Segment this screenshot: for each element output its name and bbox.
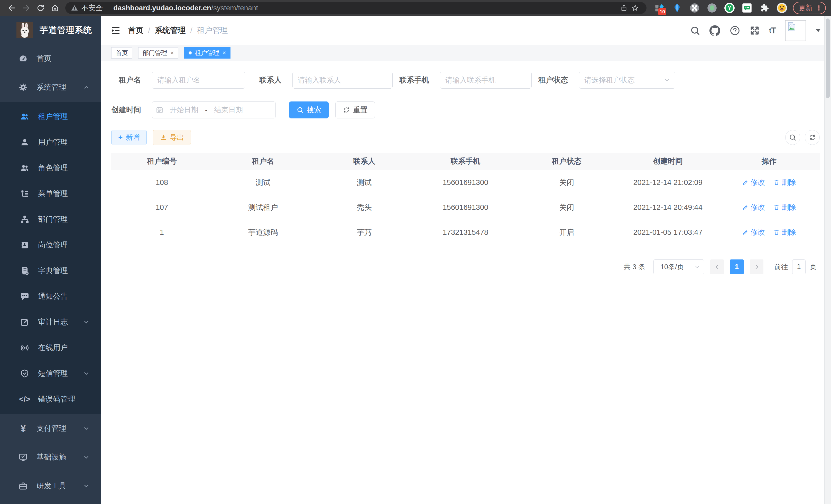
- search-button[interactable]: 搜索: [289, 101, 328, 118]
- font-size-button[interactable]: tT: [769, 25, 776, 35]
- security-label[interactable]: 不安全: [81, 3, 103, 13]
- refresh-table-button[interactable]: [805, 130, 820, 145]
- sidebar-item-posts[interactable]: 岗位管理: [0, 232, 101, 258]
- share-button[interactable]: [618, 1, 630, 14]
- extension-chat-icon[interactable]: [742, 3, 752, 13]
- status-label: 租户状态: [538, 75, 568, 85]
- col-created: 创建时间: [617, 153, 718, 170]
- sidebar-item-label: 错误码管理: [38, 394, 75, 404]
- page-scrollbar-thumb[interactable]: [826, 19, 830, 98]
- address-bar[interactable]: 不安全 dashboard.yudao.iocoder.cn/system/te…: [65, 2, 647, 14]
- edit-link[interactable]: 修改: [742, 227, 765, 237]
- chevron-down-icon: [83, 370, 90, 377]
- sidebar-item-payment[interactable]: ¥ 支付管理: [0, 414, 101, 443]
- help-doc-button[interactable]: [729, 25, 740, 36]
- fullscreen-button[interactable]: [749, 25, 760, 36]
- tenant-name-input[interactable]: [152, 72, 245, 89]
- extension-gem-icon[interactable]: [672, 3, 683, 13]
- github-link-button[interactable]: [710, 25, 720, 36]
- profile-avatar-icon[interactable]: [776, 3, 787, 13]
- sidebar-item-devtools[interactable]: 研发工具: [0, 472, 101, 500]
- sidebar-item-home[interactable]: 首页: [0, 44, 101, 73]
- browser-back-button[interactable]: [5, 1, 19, 14]
- dictionary-icon: [20, 266, 30, 276]
- tab-dept[interactable]: 部门管理 ×: [138, 47, 178, 59]
- chevron-down-icon: [694, 264, 700, 270]
- browser-reload-button[interactable]: [33, 1, 48, 14]
- header-search-button[interactable]: [690, 25, 700, 36]
- sidebar-item-audit-log[interactable]: 审计日志: [0, 309, 101, 335]
- extension-grid-icon[interactable]: 10: [654, 3, 665, 13]
- date-range-picker[interactable]: -: [152, 101, 276, 118]
- end-date-input[interactable]: [208, 106, 249, 114]
- question-circle-icon: [729, 25, 740, 36]
- extensions-puzzle-icon[interactable]: [759, 3, 770, 13]
- sidebar-item-error-codes[interactable]: </> 错误码管理: [0, 386, 101, 412]
- extension-yudao-icon[interactable]: Y: [724, 3, 735, 13]
- tab-tenant[interactable]: 租户管理 ×: [184, 47, 230, 59]
- sidebar-item-departments[interactable]: 部门管理: [0, 207, 101, 232]
- contact-input[interactable]: [292, 72, 393, 89]
- page-size-value: 10条/页: [660, 262, 684, 271]
- export-button[interactable]: 导出: [153, 130, 191, 145]
- omnibox-divider: [108, 5, 108, 11]
- sidebar: 芋道管理系统 首页 系统管理 租户管理: [0, 16, 101, 504]
- add-button[interactable]: + 新增: [111, 130, 147, 145]
- sidebar-item-sms[interactable]: 短信管理: [0, 361, 101, 386]
- breadcrumb-current: 租户管理: [197, 25, 228, 36]
- browser-forward-button[interactable]: [19, 1, 33, 14]
- mobile-input[interactable]: [440, 72, 532, 89]
- bookmark-button[interactable]: [630, 1, 641, 14]
- delete-link[interactable]: 删除: [773, 178, 796, 187]
- breadcrumb-home[interactable]: 首页: [128, 25, 143, 36]
- sidebar-item-label: 用户管理: [38, 137, 68, 147]
- pencil-icon: [742, 204, 749, 211]
- edit-link[interactable]: 修改: [742, 178, 765, 187]
- broadcast-icon: [20, 343, 30, 353]
- browser-update-button[interactable]: 更新: [793, 2, 826, 14]
- sidebar-item-tenant[interactable]: 租户管理: [0, 104, 101, 129]
- kebab-menu-icon[interactable]: [815, 5, 822, 11]
- role-users-icon: [20, 163, 30, 173]
- page-scrollbar-track[interactable]: [824, 16, 831, 504]
- tab-home[interactable]: 首页: [111, 47, 132, 59]
- sidebar-item-system[interactable]: 系统管理: [0, 73, 101, 102]
- page-url[interactable]: dashboard.yudao.iocoder.cn/system/tenant: [113, 4, 258, 12]
- sidebar-item-label: 研发工具: [36, 481, 66, 491]
- sidebar-item-roles[interactable]: 角色管理: [0, 155, 101, 181]
- sidebar-item-online-users[interactable]: 在线用户: [0, 335, 101, 361]
- prev-page-button[interactable]: [710, 260, 724, 274]
- reset-button[interactable]: 重置: [335, 101, 375, 118]
- sidebar-item-dictionary[interactable]: 字典管理: [0, 258, 101, 284]
- breadcrumb-system[interactable]: 系统管理: [155, 25, 185, 36]
- cell-tenant-name: 芋道源码: [212, 220, 314, 245]
- close-icon[interactable]: ×: [223, 50, 226, 56]
- col-tenant-id: 租户编号: [111, 153, 212, 170]
- delete-link[interactable]: 删除: [773, 227, 796, 237]
- toggle-search-button[interactable]: [785, 130, 800, 145]
- sidebar-item-infrastructure[interactable]: 基础设施: [0, 443, 101, 472]
- sidebar-item-label: 角色管理: [38, 163, 68, 173]
- status-select[interactable]: 请选择租户状态: [579, 72, 675, 89]
- browser-home-button[interactable]: [48, 1, 62, 14]
- sidebar-item-menus[interactable]: 菜单管理: [0, 181, 101, 207]
- app-logo-row[interactable]: 芋道管理系统: [0, 16, 101, 44]
- goto-page-input[interactable]: [792, 260, 806, 274]
- next-page-button[interactable]: [750, 260, 764, 274]
- pagination-goto: 前往 页: [774, 260, 816, 274]
- page-number-1[interactable]: 1: [730, 260, 744, 274]
- toolbar-right: [785, 130, 820, 145]
- start-date-input[interactable]: [164, 106, 204, 114]
- sidebar-item-announcements[interactable]: 通知公告: [0, 284, 101, 309]
- close-icon[interactable]: ×: [170, 50, 174, 56]
- user-avatar[interactable]: [785, 20, 806, 41]
- delete-link[interactable]: 删除: [773, 202, 796, 212]
- page-size-select[interactable]: 10条/页: [654, 260, 704, 274]
- sidebar-toggle-button[interactable]: [111, 25, 121, 36]
- edit-link[interactable]: 修改: [742, 202, 765, 212]
- sidebar-item-users[interactable]: 用户管理: [0, 129, 101, 155]
- extension-command-icon[interactable]: [689, 3, 700, 13]
- extension-record-icon[interactable]: [707, 3, 717, 13]
- avatar-dropdown-caret[interactable]: [815, 29, 821, 32]
- cell-tenant-id: 108: [111, 170, 212, 195]
